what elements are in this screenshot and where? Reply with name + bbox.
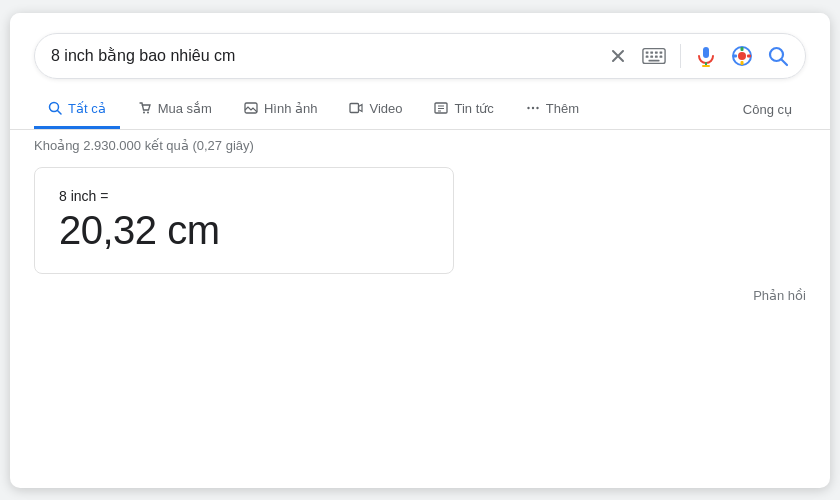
divider bbox=[680, 44, 681, 68]
search-input[interactable] bbox=[51, 47, 596, 65]
tab-tools-label: Công cụ bbox=[743, 102, 792, 117]
tabs-area: Tất cả Mua sắm Hình ảnh bbox=[10, 91, 830, 130]
tab-images[interactable]: Hình ảnh bbox=[230, 91, 332, 129]
svg-rect-16 bbox=[741, 61, 744, 65]
svg-rect-8 bbox=[660, 55, 663, 57]
tab-video-icon bbox=[349, 101, 363, 115]
tab-video-label: Video bbox=[369, 101, 402, 116]
svg-rect-2 bbox=[650, 51, 653, 53]
tab-images-icon bbox=[244, 101, 258, 115]
keyboard-icon[interactable] bbox=[642, 47, 666, 65]
conversion-card: 8 inch = 20,32 cm bbox=[34, 167, 454, 274]
clear-icon[interactable] bbox=[608, 46, 628, 66]
svg-line-22 bbox=[58, 111, 62, 115]
svg-point-32 bbox=[532, 107, 534, 109]
search-icons bbox=[608, 44, 789, 68]
tab-news[interactable]: Tin tức bbox=[420, 91, 507, 129]
svg-point-24 bbox=[147, 112, 149, 114]
search-button[interactable] bbox=[767, 45, 789, 67]
tab-tools[interactable]: Công cụ bbox=[729, 92, 806, 127]
feedback-area: Phản hồi bbox=[10, 288, 830, 315]
svg-point-23 bbox=[143, 112, 145, 114]
svg-rect-6 bbox=[650, 55, 653, 57]
svg-rect-9 bbox=[648, 59, 659, 61]
tab-more-label: Thêm bbox=[546, 101, 579, 116]
svg-point-31 bbox=[527, 107, 529, 109]
result-count: Khoảng 2.930.000 kết quả (0,27 giây) bbox=[10, 130, 830, 153]
tab-news-label: Tin tức bbox=[454, 101, 493, 116]
feedback-link[interactable]: Phản hồi bbox=[753, 288, 806, 303]
lens-icon[interactable] bbox=[731, 45, 753, 67]
svg-rect-26 bbox=[350, 104, 359, 113]
tab-shopping[interactable]: Mua sắm bbox=[124, 91, 226, 129]
svg-rect-15 bbox=[741, 47, 744, 51]
conversion-result: 20,32 cm bbox=[59, 208, 429, 253]
svg-rect-4 bbox=[660, 51, 663, 53]
tab-shopping-label: Mua sắm bbox=[158, 101, 212, 116]
conversion-label: 8 inch = bbox=[59, 188, 429, 204]
tab-all[interactable]: Tất cả bbox=[34, 91, 120, 129]
tab-all-icon bbox=[48, 101, 62, 115]
svg-rect-5 bbox=[646, 55, 649, 57]
tab-news-icon bbox=[434, 101, 448, 115]
tab-shopping-icon bbox=[138, 101, 152, 115]
tab-more-icon bbox=[526, 101, 540, 115]
svg-point-33 bbox=[536, 107, 538, 109]
svg-rect-17 bbox=[733, 54, 737, 57]
search-bar-area bbox=[10, 13, 830, 79]
tab-images-label: Hình ảnh bbox=[264, 101, 318, 116]
svg-rect-10 bbox=[703, 47, 709, 58]
svg-line-20 bbox=[781, 59, 787, 65]
mic-icon[interactable] bbox=[695, 45, 717, 67]
tab-more[interactable]: Thêm bbox=[512, 91, 593, 129]
tab-all-label: Tất cả bbox=[68, 101, 106, 116]
tab-video[interactable]: Video bbox=[335, 91, 416, 129]
svg-rect-3 bbox=[655, 51, 658, 53]
svg-point-14 bbox=[738, 52, 746, 60]
svg-rect-18 bbox=[747, 54, 751, 57]
browser-window: Tất cả Mua sắm Hình ảnh bbox=[10, 13, 830, 488]
svg-rect-7 bbox=[655, 55, 658, 57]
search-bar bbox=[34, 33, 806, 79]
svg-rect-1 bbox=[646, 51, 649, 53]
